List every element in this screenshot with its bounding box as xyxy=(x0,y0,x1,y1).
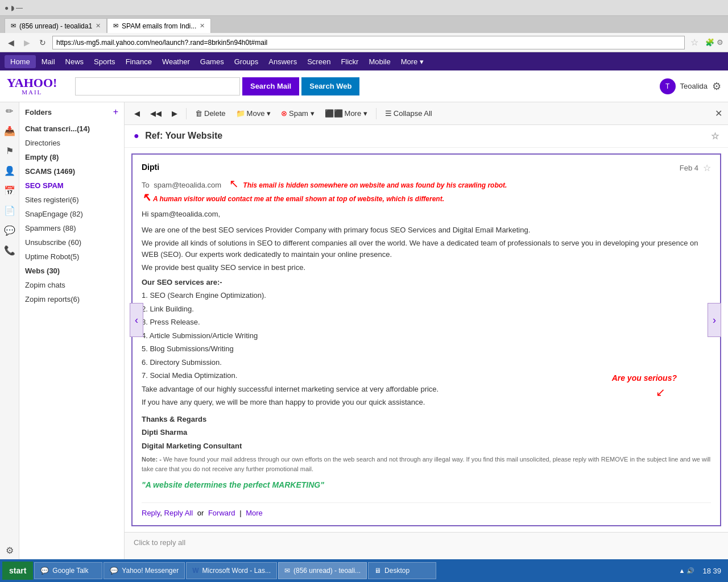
inbox-icon[interactable]: 📥 xyxy=(4,126,15,136)
calendar-icon[interactable]: 📅 xyxy=(4,185,15,196)
search-mail-button[interactable]: Search Mail xyxy=(242,77,299,95)
address-bar-row: ◀ ▶ ↻ ☆ 🧩 ⚙ xyxy=(0,33,728,52)
user-name: Teoalida xyxy=(680,82,708,90)
close-email-button[interactable]: ✕ xyxy=(715,108,722,119)
flag-icon[interactable]: ⚑ xyxy=(6,146,14,156)
nav-home[interactable]: Home xyxy=(5,55,36,68)
search-web-button[interactable]: Search Web xyxy=(301,77,359,95)
nav-answers[interactable]: Answers xyxy=(264,55,301,68)
tab1-close[interactable]: ✕ xyxy=(96,22,101,30)
spam-icon: ⊗ xyxy=(281,109,287,118)
bookmark-star-icon[interactable]: ☆ xyxy=(690,37,698,48)
email-greeting: Hi spam@teoalida.com, xyxy=(142,209,711,220)
messenger-icon[interactable]: 💬 xyxy=(4,225,15,236)
sidebar-item-unsubscribe[interactable]: Unsubscribe (60) xyxy=(19,235,124,250)
address-input[interactable] xyxy=(52,36,685,49)
sidebar-item-directories[interactable]: Directories xyxy=(19,136,124,150)
nav-mail[interactable]: Mail xyxy=(37,55,60,68)
sidebar-zopim-chats-label: Zopim chats xyxy=(25,281,65,289)
prev-email-button[interactable]: ‹ xyxy=(130,303,143,337)
email-star-icon[interactable]: ☆ xyxy=(703,163,711,173)
sidebar-item-snapengage[interactable]: SnapEngage (82) xyxy=(19,207,124,221)
forward-nav-button[interactable]: ▶ xyxy=(168,106,181,120)
move-button[interactable]: 📁 Move ▾ xyxy=(232,106,275,120)
note-text: We have found your mail address through … xyxy=(142,456,710,472)
subject-star[interactable]: ☆ xyxy=(711,131,719,142)
sidebar-item-scams[interactable]: SCAMS (1469) xyxy=(19,164,124,178)
taskbar-item-word[interactable]: W Microsoft Word - Las... xyxy=(186,562,277,579)
forward-link[interactable]: Forward xyxy=(208,509,235,517)
taskbar-item-yahoo-messenger[interactable]: 💬 Yahoo! Messenger xyxy=(104,562,185,579)
spam-button[interactable]: ⊗ Spam ▾ xyxy=(277,106,318,120)
nav-weather[interactable]: Weather xyxy=(158,55,195,68)
back-button[interactable]: ◀ xyxy=(5,36,17,49)
yahoo-mail-header: YAHOO! MAIL Search Mail Search Web T Teo… xyxy=(0,70,728,102)
search-input[interactable] xyxy=(75,77,240,95)
email-date: Feb 4 xyxy=(680,164,698,172)
delete-icon: 🗑 xyxy=(195,109,202,118)
delete-button[interactable]: 🗑 Delete xyxy=(191,106,230,120)
extensions-icon: 🧩 ⚙ xyxy=(705,38,723,47)
notepad-icon[interactable]: 📄 xyxy=(4,205,15,216)
sidebar-item-zopim-reports[interactable]: Zopim reports(6) xyxy=(19,292,124,306)
nav-sports[interactable]: Sports xyxy=(89,55,120,68)
body-line-7: 4. Article Submission/Article Writing xyxy=(142,330,711,342)
sidebar-item-webs[interactable]: Webs (30) xyxy=(19,264,124,278)
taskbar-item-desktop[interactable]: 🖥 Desktop xyxy=(368,562,436,579)
nav-games[interactable]: Games xyxy=(196,55,229,68)
sidebar-uptime-label: Uptime Robot(5) xyxy=(25,252,79,261)
sidebar-item-sites-registeri[interactable]: Sites registeri(6) xyxy=(19,193,124,207)
settings-icon[interactable]: ⚙ xyxy=(712,80,721,93)
tab-2[interactable]: ✉ SPAM emails from Indi... ✕ xyxy=(107,18,211,33)
add-folder-button[interactable]: + xyxy=(113,107,118,117)
click-to-reply[interactable]: Click to reply all xyxy=(134,538,719,547)
collapse-all-button[interactable]: ☰ Collapse All xyxy=(381,106,436,120)
sidebar-item-zopim-chats[interactable]: Zopim chats xyxy=(19,278,124,292)
arrow-1: ↖ xyxy=(229,177,239,190)
yahoo-logo-sub: MAIL xyxy=(7,89,57,95)
reply-all-link[interactable]: Reply All xyxy=(164,509,193,517)
back-all-nav-button[interactable]: ◀◀ xyxy=(146,106,166,120)
nav-mobile[interactable]: Mobile xyxy=(364,55,395,68)
move-icon: 📁 xyxy=(236,109,245,118)
settings2-icon[interactable]: ⚙ xyxy=(6,545,14,556)
start-button[interactable]: start xyxy=(2,562,33,580)
nav-news[interactable]: News xyxy=(61,55,89,68)
phone-icon[interactable]: 📞 xyxy=(4,245,15,256)
taskbar-item-yahoo-mail[interactable]: ✉ (856 unread) - teoali... xyxy=(278,562,367,579)
taskbar-sys-tray: ▲ 🔊 18 39 xyxy=(679,567,726,575)
compose-icon[interactable]: ✏ xyxy=(6,106,13,117)
taskbar-item-google-talk[interactable]: 💬 Google Talk xyxy=(34,562,102,579)
nav-more[interactable]: More ▾ xyxy=(396,55,428,68)
next-email-button[interactable]: › xyxy=(708,303,721,337)
sidebar-item-empty[interactable]: Empty (8) xyxy=(19,150,124,164)
note-label: Note: - xyxy=(142,456,162,463)
body-line-11: Take advantage of our highly successful … xyxy=(142,384,711,395)
nav-groups[interactable]: Groups xyxy=(230,55,263,68)
contacts-icon[interactable]: 👤 xyxy=(4,165,15,176)
sidebar-item-seo-spam[interactable]: SEO SPAM xyxy=(19,178,124,193)
body-line-1: We provide all kinds of solutions in SEO… xyxy=(142,238,711,260)
nav-flickr[interactable]: Flickr xyxy=(336,55,363,68)
collapse-icon: ☰ xyxy=(385,109,392,118)
word-label: Microsoft Word - Las... xyxy=(202,567,271,575)
nav-finance[interactable]: Finance xyxy=(121,55,156,68)
sidebar-item-spammers[interactable]: Spammers (88) xyxy=(19,221,124,235)
sidebar-item-chat-transcri[interactable]: Chat transcri...(14) xyxy=(19,122,124,136)
sidebar-item-uptime-robot[interactable]: Uptime Robot(5) xyxy=(19,250,124,264)
tab2-close[interactable]: ✕ xyxy=(200,22,205,30)
more-button[interactable]: ⬛⬛ More ▾ xyxy=(321,106,371,120)
main-layout: ✏ 📥 ⚑ 👤 📅 📄 💬 📞 ⚙ Folders + Chat transcr… xyxy=(0,102,728,559)
back-nav-button[interactable]: ◀ xyxy=(130,106,144,120)
tab-1[interactable]: ✉ (856 unread) - teoalida1 ✕ xyxy=(5,18,107,33)
sidebar: Folders + Chat transcri...(14) Directori… xyxy=(19,102,125,559)
nav-screen[interactable]: Screen xyxy=(303,55,335,68)
more-reply-link[interactable]: More xyxy=(246,509,263,517)
left-icon-rail: ✏ 📥 ⚑ 👤 📅 📄 💬 📞 ⚙ xyxy=(0,102,19,559)
tab1-favicon: ✉ xyxy=(11,22,16,30)
reply-link[interactable]: Reply xyxy=(142,509,160,517)
reload-button[interactable]: ↻ xyxy=(36,36,49,49)
body-line-0: We are one of the best SEO services Prov… xyxy=(142,225,711,236)
email-body-wrapper: Hi spam@teoalida.com, We are one of the … xyxy=(142,209,711,491)
forward-button[interactable]: ▶ xyxy=(20,36,33,49)
